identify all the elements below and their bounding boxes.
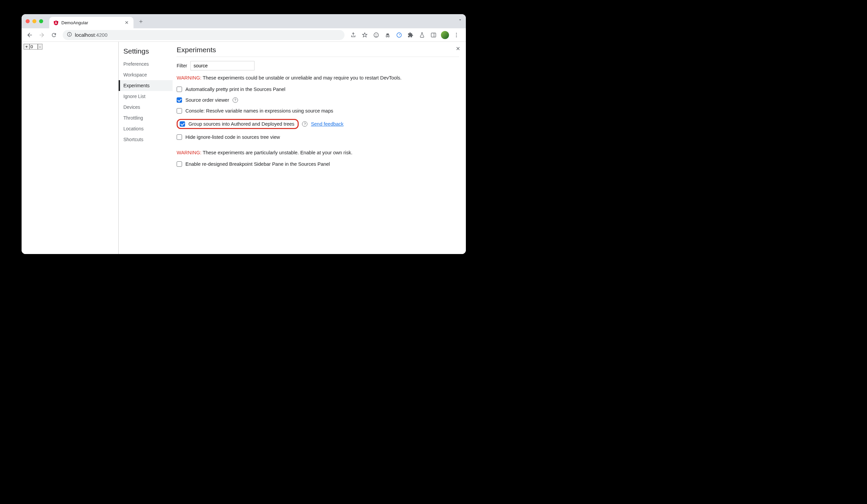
bookmark-icon[interactable] [359, 30, 370, 41]
maximize-window-button[interactable] [39, 19, 43, 23]
counter-input[interactable] [30, 44, 38, 50]
sidebar-item-ignore-list[interactable]: Ignore List [119, 91, 173, 102]
experiment-label: Enable re-designed Breakpoint Sidebar Pa… [185, 161, 330, 167]
svg-point-15 [456, 36, 457, 37]
svg-rect-11 [431, 33, 436, 37]
content-area: + - ✕ Settings Preferences Workspace Exp… [22, 42, 466, 254]
experiment-row: Console: Resolve variable names in expre… [176, 106, 459, 116]
browser-tab[interactable]: DemoAngular ✕ [49, 17, 133, 28]
checkbox-breakpoint-sidebar[interactable] [176, 161, 182, 167]
filter-input[interactable] [191, 61, 255, 70]
checkbox-group-sources[interactable] [180, 121, 185, 127]
labs-icon[interactable] [417, 30, 427, 41]
sidebar-item-throttling[interactable]: Throttling [119, 112, 173, 123]
extensions-icon[interactable] [405, 30, 416, 41]
reload-button[interactable] [49, 30, 59, 41]
experiment-row: Source order viewer ? [176, 95, 459, 106]
warning-very-unstable: WARNING: These experiments are particula… [176, 150, 459, 155]
svg-point-5 [374, 33, 378, 37]
menu-icon[interactable] [451, 30, 462, 41]
filter-label: Filter [176, 63, 187, 68]
svg-point-9 [388, 36, 389, 37]
svg-rect-3 [69, 34, 69, 36]
site-info-icon[interactable] [67, 32, 72, 38]
tab-dropdown-icon[interactable] [458, 18, 462, 24]
tab-strip: DemoAngular ✕ ＋ [22, 14, 466, 28]
checkbox-console-resolve[interactable] [176, 108, 182, 113]
settings-main: Experiments Filter WARNING: These experi… [173, 42, 466, 254]
warning-unstable: WARNING: These experiments could be unst… [176, 75, 459, 80]
tab-title: DemoAngular [61, 20, 121, 25]
help-icon[interactable]: ? [233, 97, 238, 103]
minimize-window-button[interactable] [32, 19, 36, 23]
checkbox-source-order[interactable] [176, 97, 182, 103]
checkbox-hide-ignore-listed[interactable] [176, 134, 182, 140]
help-icon[interactable]: ? [302, 121, 308, 127]
experiment-label: Console: Resolve variable names in expre… [185, 108, 333, 113]
experiment-label: Hide ignore-listed code in sources tree … [185, 134, 280, 140]
toolbar-right [348, 30, 463, 41]
experiments-heading: Experiments [176, 46, 459, 57]
sidebar-item-devices[interactable]: Devices [119, 102, 173, 112]
experiment-row: Hide ignore-listed code in sources tree … [176, 132, 459, 143]
sidebar-item-shortcuts[interactable]: Shortcuts [119, 134, 173, 145]
gauge-icon[interactable] [394, 30, 405, 41]
emoji-icon[interactable] [371, 30, 382, 41]
forward-button[interactable] [36, 30, 47, 41]
increment-button[interactable]: + [24, 44, 30, 50]
checkbox-pretty-print[interactable] [176, 87, 182, 92]
settings-sidebar: Settings Preferences Workspace Experimen… [119, 42, 173, 254]
svg-point-14 [456, 34, 457, 35]
devtools-settings-panel: ✕ Settings Preferences Workspace Experim… [119, 42, 466, 254]
decrement-button[interactable]: - [38, 44, 42, 50]
close-settings-icon[interactable]: ✕ [454, 44, 462, 53]
send-feedback-link[interactable]: Send feedback [311, 121, 343, 127]
counter-widget: + - [24, 44, 116, 50]
url-host: localhost:4200 [75, 32, 108, 38]
close-window-button[interactable] [25, 19, 30, 23]
back-button[interactable] [24, 30, 35, 41]
sidebar-item-locations[interactable]: Locations [119, 123, 173, 134]
filter-row: Filter [176, 61, 459, 70]
new-tab-button[interactable]: ＋ [136, 17, 146, 26]
experiment-label: Source order viewer [185, 97, 229, 103]
svg-rect-4 [69, 33, 69, 33]
share-icon[interactable] [348, 30, 358, 41]
highlight-annotation: Group sources into Authored and Deployed… [176, 119, 299, 129]
incognito-icon[interactable] [382, 30, 393, 41]
sidebar-item-preferences[interactable]: Preferences [119, 59, 173, 69]
experiment-row: Automatically pretty print in the Source… [176, 84, 459, 95]
page-pane: + - [22, 42, 119, 254]
sidepanel-icon[interactable] [428, 30, 439, 41]
toolbar: localhost:4200 [22, 28, 466, 42]
experiment-label: Group sources into Authored and Deployed… [189, 121, 294, 127]
angular-icon [53, 20, 58, 25]
settings-title: Settings [119, 45, 173, 59]
close-tab-icon[interactable]: ✕ [124, 19, 129, 26]
experiment-row-highlighted: Group sources into Authored and Deployed… [176, 116, 459, 132]
experiment-row: Enable re-designed Breakpoint Sidebar Pa… [176, 159, 459, 169]
sidebar-item-workspace[interactable]: Workspace [119, 69, 173, 80]
address-bar[interactable]: localhost:4200 [63, 30, 344, 40]
window-controls [25, 19, 49, 23]
experiment-label: Automatically pretty print in the Source… [185, 87, 286, 92]
sidebar-item-experiments[interactable]: Experiments [119, 80, 173, 91]
profile-avatar[interactable] [440, 30, 450, 41]
svg-point-6 [375, 34, 376, 35]
svg-point-13 [456, 33, 457, 34]
svg-point-8 [386, 36, 387, 37]
svg-point-7 [376, 34, 377, 35]
browser-window: DemoAngular ✕ ＋ localhost:4200 [22, 14, 466, 254]
